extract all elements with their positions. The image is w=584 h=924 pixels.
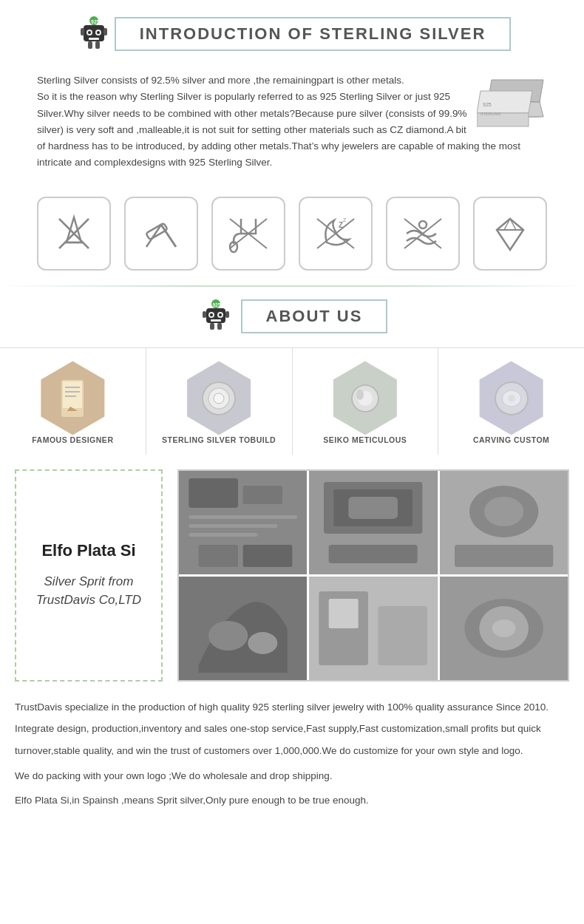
svg-rect-49 [225, 311, 229, 318]
svg-marker-36 [497, 219, 523, 250]
svg-point-84 [248, 632, 277, 654]
svg-point-83 [208, 621, 248, 650]
feature-seiko: SEIKO METICULOUS [293, 348, 439, 455]
about-title-wrap: 925 ABOUT US [0, 297, 584, 336]
feature-seiko-label: SEIKO METICULOUS [323, 435, 407, 444]
icon-sleep: ZZ [299, 197, 373, 271]
svg-point-45 [210, 313, 213, 316]
svg-point-92 [492, 619, 515, 637]
svg-point-6 [97, 31, 100, 34]
photo-cell-1 [179, 471, 307, 574]
feature-seiko-hex [328, 361, 402, 435]
svg-rect-70 [189, 533, 257, 537]
silver-ingot-wrap: 925 STERLING [477, 72, 547, 133]
svg-point-33 [419, 221, 427, 228]
feature-carving-label: CARVING CUSTOM [473, 435, 549, 444]
bottom-section: Elfo Plata Si Silver Sprit from TrustDav… [0, 469, 584, 682]
svg-rect-8 [81, 28, 84, 35]
svg-rect-51 [217, 323, 222, 330]
svg-rect-66 [189, 478, 238, 508]
svg-rect-67 [243, 486, 282, 504]
svg-line-24 [161, 225, 176, 247]
svg-text:925: 925 [483, 102, 492, 107]
brand-name: Elfo Plata Si [41, 541, 135, 560]
header-title-box: INTRODUCTION OF STERLING SILVER [115, 17, 512, 51]
brand-box: Elfo Plata Si Silver Sprit from TrustDav… [15, 469, 163, 682]
svg-point-64 [508, 395, 515, 402]
about-title-text: ABOUT US [266, 307, 363, 325]
about-title-box: ABOUT US [241, 299, 388, 333]
svg-rect-68 [189, 515, 297, 519]
about-robot-icon: 925 [197, 297, 235, 336]
svg-rect-48 [203, 311, 206, 318]
svg-rect-47 [211, 319, 221, 322]
body-text-section: TrustDavis specialize in the production … [15, 696, 569, 812]
body-text-2: We do packing with your own logo ;We do … [15, 765, 569, 787]
svg-rect-53 [63, 381, 82, 408]
svg-point-46 [219, 313, 222, 316]
feature-sterling-silver: STERLING SILVER TOBUILD [146, 348, 293, 455]
photo-cell-3 [440, 471, 568, 574]
feature-designer-hex [35, 361, 109, 435]
feature-famous-designer: FAMOUS DESIGNER [0, 348, 146, 455]
photo-cell-4 [179, 577, 307, 680]
feature-designer-label: FAMOUS DESIGNER [32, 435, 113, 444]
svg-text:Z: Z [343, 217, 347, 222]
about-features-row: FAMOUS DESIGNER STERLING SILVER TOBUILD … [0, 347, 584, 455]
svg-rect-7 [89, 38, 99, 40]
feature-carving-hex [475, 361, 549, 435]
svg-text:925: 925 [91, 19, 100, 24]
feature-silver-hex [182, 361, 256, 435]
icon-tools [124, 197, 198, 271]
photo-grid [177, 469, 569, 682]
feature-icons-row: ZZ [0, 197, 584, 271]
robot-icon: 925 [73, 13, 115, 55]
svg-rect-11 [95, 41, 100, 49]
icon-water [211, 197, 285, 271]
svg-rect-87 [378, 606, 428, 665]
svg-text:925: 925 [212, 302, 220, 308]
header-title-bar: 925 INTRODUCTION OF STERLING SILVER [41, 13, 543, 55]
description-text1: Sterling Silver consists of 92.5% silver… [37, 72, 547, 89]
top-section: 925 INTRODUCTION OF STERLING SILVER [0, 0, 584, 812]
svg-point-5 [88, 31, 91, 34]
svg-rect-71 [199, 545, 238, 567]
photo-cell-5 [309, 577, 437, 680]
svg-rect-81 [455, 545, 553, 567]
section-divider [0, 285, 584, 287]
svg-rect-72 [243, 545, 293, 567]
svg-point-59 [214, 393, 224, 404]
body-text-1: TrustDavis specialize in the production … [15, 696, 569, 762]
body-text-3: Elfo Plata Si,in Spainsh ,means Sprit si… [15, 789, 569, 812]
svg-point-62 [356, 390, 364, 400]
icon-no-chemicals [37, 197, 111, 271]
silver-ingot-icon: 925 STERLING [477, 72, 547, 128]
svg-rect-69 [189, 524, 277, 528]
svg-point-80 [484, 497, 523, 526]
svg-rect-88 [329, 599, 359, 628]
svg-rect-77 [329, 545, 418, 563]
icon-diamond [473, 197, 547, 271]
brand-tagline: Silver Sprit from TrustDavis Co,LTD [27, 572, 151, 610]
feature-carving: CARVING CUSTOM [438, 348, 584, 455]
description-section: 925 STERLING Sterling Silver consists of… [22, 67, 562, 183]
svg-rect-76 [349, 497, 398, 519]
header-title-text: INTRODUCTION OF STERLING SILVER [140, 24, 486, 43]
svg-rect-10 [88, 41, 92, 49]
svg-rect-9 [103, 28, 107, 35]
description-text2: So it is the reason why Sterling Silver … [37, 89, 547, 171]
photo-cell-2 [309, 471, 437, 574]
photo-cell-6 [440, 577, 568, 680]
svg-rect-50 [210, 323, 214, 330]
icon-waves [386, 197, 460, 271]
svg-text:STERLING: STERLING [481, 112, 501, 116]
feature-silver-label: STERLING SILVER TOBUILD [162, 435, 276, 444]
